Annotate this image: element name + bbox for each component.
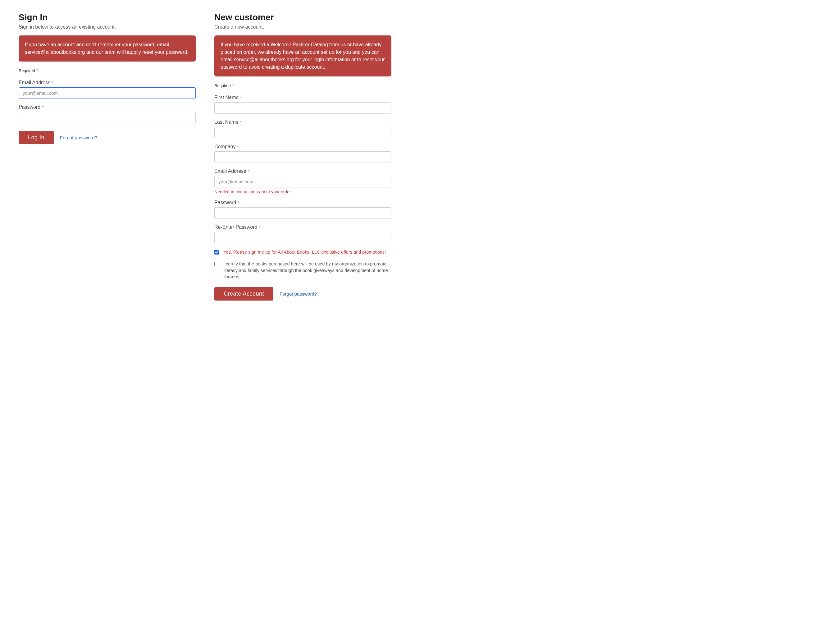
first-name-input[interactable] — [214, 102, 391, 114]
signin-required-note: Required * — [19, 68, 196, 73]
last-name-input[interactable] — [214, 127, 391, 138]
login-button[interactable]: Log In — [19, 131, 54, 144]
certify-checkbox-group: I certify that the books purchased here … — [214, 261, 391, 280]
newcustomer-password-input[interactable] — [214, 207, 391, 219]
newcustomer-subtitle: Create a new account. — [214, 24, 391, 30]
signin-alert: If you have an account and don't remembe… — [19, 35, 196, 62]
signin-forgot-link[interactable]: Forgot password? — [60, 135, 97, 140]
signin-email-label: Email Address * — [19, 80, 196, 86]
newcustomer-email-group: Email Address * Needed to contact you ab… — [214, 168, 391, 194]
signin-email-input[interactable] — [19, 87, 196, 99]
signin-password-group: Password * — [19, 105, 196, 124]
company-group: Company * — [214, 144, 391, 163]
certify-checkbox[interactable] — [214, 262, 219, 266]
newcustomer-column: New customer Create a new account. If yo… — [214, 13, 391, 301]
reenter-password-group: Re-Enter Password * — [214, 224, 391, 243]
signin-password-input[interactable] — [19, 112, 196, 124]
offers-checkbox[interactable] — [214, 250, 219, 255]
signin-title: Sign In — [19, 13, 196, 22]
newcustomer-email-label: Email Address * — [214, 168, 391, 174]
last-name-group: Last Name * — [214, 119, 391, 138]
create-account-button[interactable]: Create Account — [214, 287, 273, 301]
company-label: Company * — [214, 144, 391, 149]
first-name-label: First Name * — [214, 95, 391, 100]
signin-column: Sign In Sign in below to access an exist… — [19, 13, 196, 301]
newcustomer-email-input[interactable] — [214, 176, 391, 187]
company-input[interactable] — [214, 151, 391, 163]
newcustomer-title: New customer — [214, 13, 391, 22]
certify-checkbox-label: I certify that the books purchased here … — [223, 261, 391, 280]
reenter-password-input[interactable] — [214, 232, 391, 243]
newcustomer-password-group: Password * — [214, 200, 391, 219]
signin-password-label: Password * — [19, 105, 196, 110]
offers-checkbox-group: Yes, Please sign me up for All About Boo… — [214, 249, 391, 255]
newcustomer-alert: If you have received a Welcome Pack or C… — [214, 35, 391, 76]
newcustomer-required-note: Required * — [214, 83, 391, 88]
first-name-group: First Name * — [214, 95, 391, 114]
offers-checkbox-label: Yes, Please sign me up for All About Boo… — [223, 249, 386, 255]
signin-email-group: Email Address * — [19, 80, 196, 99]
last-name-label: Last Name * — [214, 119, 391, 125]
newcustomer-password-label: Password * — [214, 200, 391, 205]
signin-button-row: Log In Forgot password? — [19, 131, 196, 144]
email-help-text: Needed to contact you about your order. — [214, 189, 391, 194]
newcustomer-button-row: Create Account Forgot password? — [214, 287, 391, 301]
reenter-password-label: Re-Enter Password * — [214, 224, 391, 230]
signin-subtitle: Sign in below to access an existing acco… — [19, 24, 196, 30]
newcustomer-forgot-link[interactable]: Forgot password? — [280, 291, 317, 297]
